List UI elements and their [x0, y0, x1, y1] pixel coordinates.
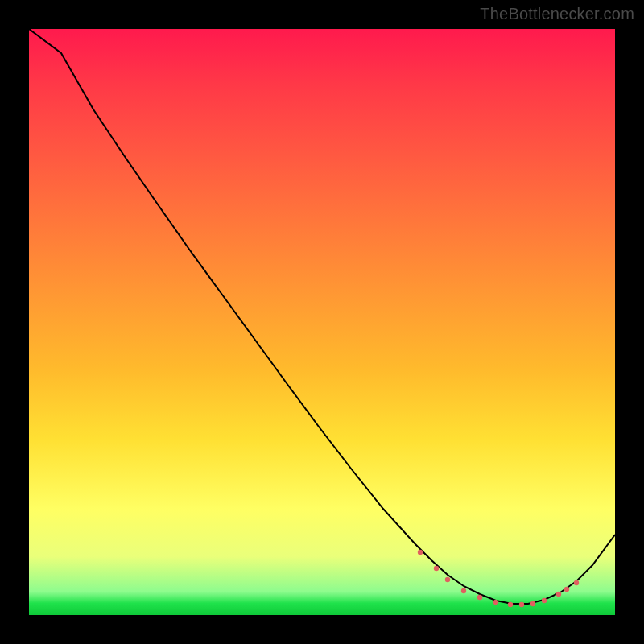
chart-frame: TheBottlenecker.com	[0, 0, 644, 644]
plot-background	[29, 29, 615, 615]
watermark-text: TheBottlenecker.com	[480, 5, 634, 23]
